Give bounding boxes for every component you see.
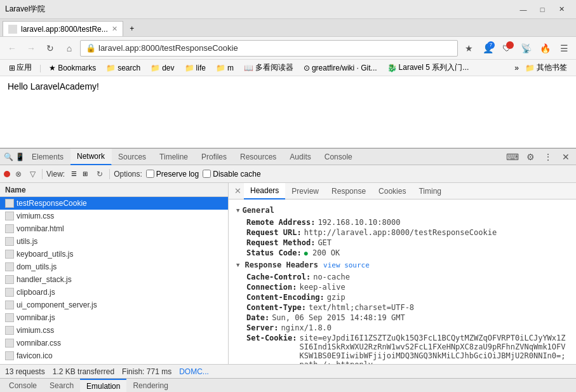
bookmarks-more-button[interactable]: » (514, 64, 519, 72)
dom-link[interactable]: DOMC... (179, 367, 209, 376)
response-header-row: Cache-Control: no-cache (236, 272, 568, 282)
new-tab-button[interactable]: + (123, 21, 141, 36)
bottom-tab-emulation[interactable]: Emulation (80, 379, 126, 393)
file-row[interactable]: dom_utils.js (0, 260, 228, 273)
preserve-log-input[interactable] (146, 170, 154, 178)
file-icon (5, 288, 14, 297)
maximize-button[interactable]: □ (533, 0, 552, 19)
bottom-tab-search[interactable]: Search (43, 379, 80, 393)
status-code-val: 200 OK (312, 248, 340, 257)
bookmarks-folder[interactable]: ★ Bookmarks (45, 62, 100, 74)
search-icon-btn[interactable]: 🔍 (3, 151, 14, 163)
elements-tab-label: Elements (32, 152, 64, 161)
devtools-settings-btn[interactable]: ⚙ (523, 149, 538, 165)
file-list-pane: Name testResponseCookievimium.cssvomniba… (0, 183, 229, 364)
tab-preview[interactable]: Preview (285, 183, 325, 199)
reload-button[interactable]: ↻ (42, 40, 58, 57)
bottom-tab-rendering[interactable]: Rendering (126, 379, 174, 393)
file-row[interactable]: vomnibar.css (0, 337, 228, 349)
tab-profiles[interactable]: Profiles (195, 149, 234, 165)
url-bar[interactable]: 🔒 laravel.app:8000/testResponseCookie (80, 40, 458, 57)
bookmark-laravel[interactable]: 🐉 Laravel 5 系列入门... (384, 61, 473, 74)
file-icon (5, 313, 14, 322)
status-indicator: ● 200 OK (304, 248, 340, 257)
tab-elements[interactable]: Elements (25, 149, 70, 165)
view-source-link[interactable]: view source (323, 261, 370, 269)
record-button[interactable] (4, 171, 10, 177)
devtools-more-btn[interactable]: ⋮ (540, 149, 556, 165)
request-method-val: GET (318, 238, 332, 247)
adblock-icon[interactable]: 🛡 (499, 40, 515, 57)
tab-headers[interactable]: Headers (244, 183, 285, 199)
rss-icon[interactable]: 📡 (518, 40, 534, 57)
close-button[interactable]: ✕ (552, 0, 571, 19)
tab-network[interactable]: Network (70, 149, 112, 165)
tab-close-button[interactable]: ✕ (112, 25, 117, 33)
disable-cache-input[interactable] (203, 170, 211, 178)
apps-bookmark[interactable]: ⊞ 应用 (5, 61, 36, 74)
bookmark-github[interactable]: ⊙ greatfire/wiki · Git... (300, 62, 381, 74)
details-close-button[interactable]: ✕ (231, 183, 244, 199)
tab-timing[interactable]: Timing (412, 183, 448, 199)
tab-cookies[interactable]: Cookies (372, 183, 412, 199)
profile-icon[interactable]: 👤 7 (479, 40, 496, 57)
tab-0[interactable]: laravel.app:8000/testRe... ✕ (3, 21, 123, 36)
bookmark-search[interactable]: 📁 search (102, 62, 144, 74)
window-title: Laravel学院 (5, 4, 45, 15)
file-row[interactable]: handler_stack.js (0, 273, 228, 286)
menu-icon[interactable]: ☰ (556, 40, 572, 57)
file-icon (5, 199, 14, 208)
devtools-console-btn[interactable]: ⌨ (505, 149, 520, 165)
bookmark-search-icon: 📁 (106, 64, 116, 72)
tab-sources[interactable]: Sources (112, 149, 153, 165)
forward-button[interactable]: → (23, 40, 39, 57)
cookies-tab-label: Cookies (378, 187, 406, 196)
back-button[interactable]: ← (4, 40, 20, 57)
bookmark-dev[interactable]: 📁 dev (147, 62, 178, 74)
response-header-val: no-cache (313, 273, 350, 281)
file-row[interactable]: vomnibar.js (0, 311, 228, 324)
list-view-icon[interactable]: ☰ (69, 169, 79, 179)
tab-resources[interactable]: Resources (234, 149, 283, 165)
preserve-log-checkbox[interactable]: Preserve log (146, 170, 199, 179)
bookmark-reader-label: 多看阅读器 (255, 62, 293, 73)
file-name: clipboard.js (17, 288, 55, 297)
file-row[interactable]: vimium.css (0, 324, 228, 337)
devtools-close-btn[interactable]: ✕ (558, 149, 573, 165)
remote-address-key: Remote Address: (246, 218, 315, 227)
bookmark-icon[interactable]: ★ (460, 40, 477, 57)
response-headers-section-header[interactable]: Response Headers view source (236, 260, 568, 269)
file-row[interactable]: vomnibar.html (0, 222, 228, 235)
tab-response[interactable]: Response (325, 183, 372, 199)
bookmark-life[interactable]: 📁 life (181, 62, 210, 74)
tree-view-icon[interactable]: ⊞ (80, 169, 90, 179)
file-row[interactable]: utils.js (0, 235, 228, 248)
file-row[interactable]: keyboard_utils.js (0, 248, 228, 260)
clear-icon-btn[interactable]: ↻ (94, 168, 105, 180)
name-column-header: Name (5, 186, 26, 194)
tab-favicon (8, 25, 17, 34)
details-content: General Remote Address: 192.168.10.10:80… (229, 199, 576, 364)
bookmark-m[interactable]: 📁 m (212, 62, 238, 74)
file-row[interactable]: favicon.ico (0, 349, 228, 362)
tab-timeline[interactable]: Timeline (153, 149, 195, 165)
home-button[interactable]: ⌂ (61, 40, 77, 57)
mobile-icon-btn[interactable]: 📱 (14, 151, 25, 163)
file-row[interactable]: vimium.css (0, 210, 228, 222)
filter-icon-btn[interactable]: ▽ (27, 168, 38, 180)
bookmark-github-label: greatfire/wiki · Git... (312, 64, 377, 72)
general-section-header[interactable]: General (236, 206, 568, 215)
status-dot: ● (304, 250, 308, 257)
disable-cache-checkbox[interactable]: Disable cache (203, 170, 260, 179)
bottom-tab-console[interactable]: Console (3, 379, 43, 393)
file-row[interactable]: clipboard.js (0, 286, 228, 299)
minimize-button[interactable]: — (514, 0, 533, 19)
other-bookmarks[interactable]: 📁 其他书签 (521, 61, 571, 74)
file-row[interactable]: testResponseCookie (0, 197, 228, 210)
stop-recording-button[interactable]: ⊗ (13, 168, 24, 180)
bookmark-reader[interactable]: 📖 多看阅读器 (240, 61, 297, 74)
tab-console[interactable]: Console (318, 149, 359, 165)
tab-audits[interactable]: Audits (283, 149, 318, 165)
fire-icon[interactable]: 🔥 (537, 40, 553, 57)
file-row[interactable]: ui_component_server.js (0, 299, 228, 311)
